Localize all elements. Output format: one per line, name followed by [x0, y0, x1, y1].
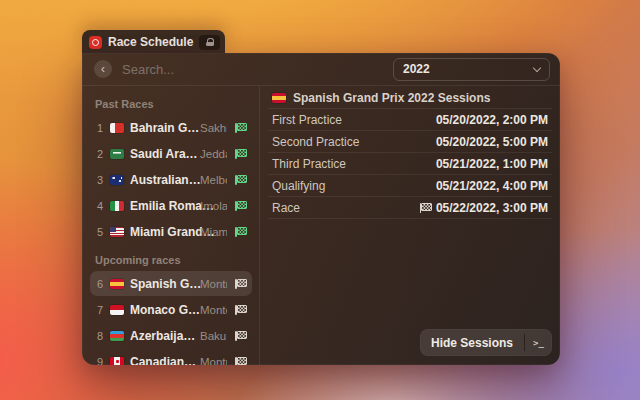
- race-list: Past Races 1 Bahrain G… Sakhir, Bahr… 2 …: [82, 86, 260, 365]
- sessions-panel: Spanish Grand Prix 2022 Sessions First P…: [260, 86, 560, 365]
- section-title-past-races: Past Races: [95, 98, 247, 110]
- sessions-panel-title: Spanish Grand Prix 2022 Sessions: [293, 91, 490, 105]
- year-dropdown-value: 2022: [403, 62, 534, 76]
- country-flag-icon: [110, 201, 124, 211]
- chevron-down-icon: [533, 63, 541, 71]
- lock-icon: [205, 38, 214, 47]
- checkered-flag-icon: [233, 199, 246, 212]
- race-list-item-canada[interactable]: 9 Canadian… Montreal, C…: [90, 349, 252, 365]
- session-datetime: 05/20/2022, 5:00 PM: [436, 135, 548, 149]
- race-title: Saudi Ara…: [130, 147, 194, 161]
- race-location: Montmeló,…: [200, 278, 227, 290]
- race-number: 8: [96, 330, 104, 342]
- race-list-item-australia[interactable]: 3 Australian… Melbourne,…: [90, 167, 252, 192]
- sessions-panel-header: Spanish Grand Prix 2022 Sessions: [268, 88, 552, 109]
- desktop-background: Race Schedule ‹ Search... 2022 Past Race…: [0, 0, 640, 400]
- country-flag-icon: [110, 357, 124, 366]
- country-flag-icon: [110, 331, 124, 341]
- race-number: 3: [96, 174, 104, 186]
- race-location: Montreal, C…: [200, 356, 227, 366]
- tab-title: Race Schedule: [108, 35, 193, 49]
- terminal-icon[interactable]: >_: [525, 329, 552, 356]
- window-body: Past Races 1 Bahrain G… Sakhir, Bahr… 2 …: [82, 86, 560, 365]
- race-location: Baku, Azerb…: [200, 330, 227, 342]
- session-datetime: 05/20/2022, 2:00 PM: [436, 113, 548, 127]
- session-row-qualifying[interactable]: Qualifying 05/21/2022, 4:00 PM: [268, 175, 552, 197]
- year-dropdown[interactable]: 2022: [393, 58, 550, 81]
- app-window: ‹ Search... 2022 Past Races 1 Bahrain G……: [82, 53, 560, 365]
- race-title: Bahrain G…: [130, 121, 194, 135]
- race-title: Miami Grand…: [130, 225, 194, 239]
- hide-sessions-button[interactable]: Hide Sessions: [420, 329, 524, 356]
- session-datetime-text: 05/20/2022, 2:00 PM: [436, 113, 548, 127]
- checkered-flag-icon: [233, 225, 246, 238]
- race-location: Sakhir, Bahr…: [200, 122, 227, 134]
- race-number: 2: [96, 148, 104, 160]
- lock-button[interactable]: [199, 35, 220, 50]
- checkered-flag-icon: [418, 201, 431, 214]
- session-name: First Practice: [272, 113, 436, 127]
- session-datetime: 05/22/2022, 3:00 PM: [418, 201, 548, 215]
- country-flag-icon: [110, 149, 124, 159]
- session-datetime-text: 05/21/2022, 4:00 PM: [436, 179, 548, 193]
- race-title: Monaco G…: [130, 303, 194, 317]
- session-name: Qualifying: [272, 179, 436, 193]
- race-title: Emilia Roma…: [130, 199, 194, 213]
- checkered-flag-icon: [233, 329, 246, 342]
- race-location: Miami, USA: [200, 226, 227, 238]
- search-bar: ‹ Search... 2022: [82, 53, 560, 86]
- race-list-item-monaco[interactable]: 7 Monaco G… Monte-Carl…: [90, 297, 252, 322]
- country-flag-icon: [110, 279, 124, 289]
- back-button[interactable]: ‹: [94, 60, 112, 78]
- country-flag-icon: [110, 227, 124, 237]
- race-list-item-azerbaijan[interactable]: 8 Azerbaija… Baku, Azerb…: [90, 323, 252, 348]
- race-list-item-saudi[interactable]: 2 Saudi Ara… Jeddah, Sa…: [90, 141, 252, 166]
- back-chevron-icon: ‹: [101, 62, 105, 75]
- checkered-flag-icon: [233, 121, 246, 134]
- race-number: 9: [96, 356, 104, 366]
- race-location: Melbourne,…: [200, 174, 227, 186]
- country-flag-icon: [110, 305, 124, 315]
- race-list-item-emilia-romagna[interactable]: 4 Emilia Roma… Imola, Italy: [90, 193, 252, 218]
- country-flag-icon: [272, 93, 286, 103]
- section-title-upcoming-races: Upcoming races: [95, 254, 247, 266]
- session-datetime: 05/21/2022, 4:00 PM: [436, 179, 548, 193]
- country-flag-icon: [110, 123, 124, 133]
- race-number: 7: [96, 304, 104, 316]
- race-title: Azerbaija…: [130, 329, 194, 343]
- footer-action-group: Hide Sessions >_: [420, 329, 552, 356]
- search-input[interactable]: Search...: [122, 62, 393, 77]
- race-number: 1: [96, 122, 104, 134]
- session-row-third-practice[interactable]: Third Practice 05/21/2022, 1:00 PM: [268, 153, 552, 175]
- race-list-item-bahrain[interactable]: 1 Bahrain G… Sakhir, Bahr…: [90, 115, 252, 140]
- window-tab[interactable]: Race Schedule: [82, 30, 225, 54]
- race-number: 4: [96, 200, 104, 212]
- race-title: Australian…: [130, 173, 194, 187]
- race-schedule-app-icon: [89, 36, 102, 49]
- country-flag-icon: [110, 175, 124, 185]
- checkered-flag-icon: [233, 303, 246, 316]
- race-list-item-miami[interactable]: 5 Miami Grand… Miami, USA: [90, 219, 252, 244]
- session-datetime-text: 05/20/2022, 5:00 PM: [436, 135, 548, 149]
- session-row-first-practice[interactable]: First Practice 05/20/2022, 2:00 PM: [268, 109, 552, 131]
- session-datetime-text: 05/22/2022, 3:00 PM: [436, 201, 548, 215]
- checkered-flag-icon: [233, 277, 246, 290]
- race-number: 5: [96, 226, 104, 238]
- race-location: Imola, Italy: [200, 200, 227, 212]
- checkered-flag-icon: [233, 173, 246, 186]
- session-name: Second Practice: [272, 135, 436, 149]
- race-location: Monte-Carl…: [200, 304, 227, 316]
- session-name: Third Practice: [272, 157, 436, 171]
- checkered-flag-icon: [233, 147, 246, 160]
- checkered-flag-icon: [233, 355, 246, 365]
- session-datetime-text: 05/21/2022, 1:00 PM: [436, 157, 548, 171]
- race-location: Jeddah, Sa…: [200, 148, 227, 160]
- session-row-second-practice[interactable]: Second Practice 05/20/2022, 5:00 PM: [268, 131, 552, 153]
- session-row-race[interactable]: Race 05/22/2022, 3:00 PM: [268, 197, 552, 219]
- race-title: Spanish G…: [130, 277, 194, 291]
- race-title: Canadian…: [130, 355, 194, 366]
- race-list-item-spain-selected[interactable]: 6 Spanish G… Montmeló,…: [90, 271, 252, 296]
- session-name: Race: [272, 201, 418, 215]
- session-datetime: 05/21/2022, 1:00 PM: [436, 157, 548, 171]
- race-number: 6: [96, 278, 104, 290]
